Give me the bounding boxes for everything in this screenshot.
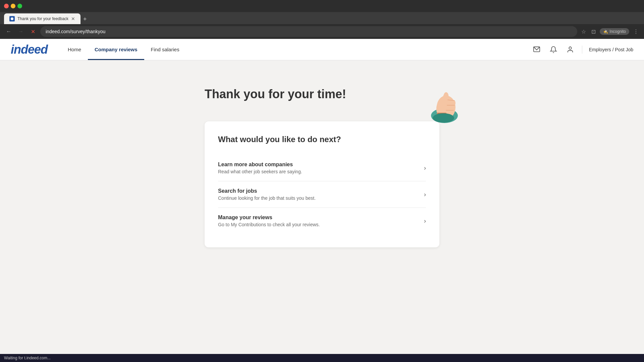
tab-favicon	[9, 16, 15, 21]
content-area: Thank you for your time! What would you …	[205, 87, 439, 247]
tab-close-btn[interactable]: ✕	[71, 16, 75, 21]
menu-btn[interactable]: ⋮	[632, 27, 640, 36]
svg-point-2	[569, 47, 571, 49]
status-text: Waiting for t.indeed.com...	[4, 356, 51, 360]
incognito-badge: 🕵 Incognito	[600, 28, 629, 35]
incognito-label: Incognito	[609, 29, 626, 34]
browser-toolbar: ☆ ⊡ 🕵 Incognito ⋮	[580, 27, 640, 36]
page-content: indeed Home Company reviews Find salarie…	[0, 39, 644, 341]
thumbs-up-illustration	[423, 87, 466, 121]
action-card: What would you like to do next? Learn mo…	[205, 121, 439, 247]
employers-link[interactable]: Employers / Post Job	[589, 47, 633, 52]
navbar: indeed Home Company reviews Find salarie…	[0, 39, 644, 60]
incognito-icon: 🕵	[603, 29, 608, 34]
logo-text: indeed	[11, 43, 48, 57]
action-learn-companies[interactable]: Learn more about companies Read what oth…	[218, 155, 426, 181]
tab-bar: Thank you for your feedback ✕ +	[0, 12, 644, 24]
action-search-jobs-content: Search for jobs Continue looking for the…	[218, 188, 424, 201]
browser-minimize-btn[interactable]	[11, 4, 15, 8]
action-manage-reviews-arrow: ›	[424, 218, 426, 225]
profile-btn[interactable]: ⊡	[590, 27, 597, 36]
action-search-jobs[interactable]: Search for jobs Continue looking for the…	[218, 181, 426, 208]
new-tab-btn[interactable]: +	[80, 14, 90, 24]
account-icon[interactable]	[565, 45, 575, 55]
url-input[interactable]	[40, 26, 577, 37]
nav-company-reviews[interactable]: Company reviews	[88, 39, 144, 60]
reload-btn[interactable]: ✕	[28, 27, 38, 36]
forward-btn[interactable]: →	[16, 27, 25, 36]
bookmark-btn[interactable]: ☆	[580, 27, 587, 36]
thank-you-heading: Thank you for your time!	[205, 87, 439, 101]
svg-point-0	[11, 17, 13, 20]
messages-icon[interactable]	[532, 45, 542, 55]
nav-home[interactable]: Home	[61, 39, 88, 60]
action-learn-companies-arrow: ›	[424, 165, 426, 172]
nav-find-salaries[interactable]: Find salaries	[144, 39, 186, 60]
logo[interactable]: indeed	[11, 43, 48, 57]
browser-close-btn[interactable]	[4, 4, 9, 8]
action-search-jobs-desc: Continue looking for the job that suits …	[218, 195, 424, 201]
tab-title: Thank you for your feedback	[17, 16, 68, 21]
action-learn-companies-desc: Read what other job seekers are saying.	[218, 169, 424, 174]
nav-right: Employers / Post Job	[532, 45, 633, 55]
action-learn-companies-title: Learn more about companies	[218, 162, 424, 168]
browser-maximize-btn[interactable]	[17, 4, 22, 8]
action-manage-reviews[interactable]: Manage your reviews Go to My Contributio…	[218, 208, 426, 234]
notifications-icon[interactable]	[548, 45, 558, 55]
svg-point-10	[433, 113, 454, 123]
action-manage-reviews-desc: Go to My Contributions to check all your…	[218, 222, 424, 227]
action-learn-companies-content: Learn more about companies Read what oth…	[218, 162, 424, 174]
browser-window: Thank you for your feedback ✕ + ← → ✕ ☆ …	[0, 0, 644, 341]
action-search-jobs-title: Search for jobs	[218, 188, 424, 194]
card-title: What would you like to do next?	[218, 135, 426, 144]
address-bar: ← → ✕ ☆ ⊡ 🕵 Incognito ⋮	[0, 24, 644, 39]
back-btn[interactable]: ←	[4, 27, 13, 36]
status-bar: Waiting for t.indeed.com...	[0, 354, 644, 362]
action-manage-reviews-content: Manage your reviews Go to My Contributio…	[218, 215, 424, 227]
nav-divider	[582, 46, 582, 54]
action-manage-reviews-title: Manage your reviews	[218, 215, 424, 221]
active-tab[interactable]: Thank you for your feedback ✕	[4, 13, 80, 24]
action-search-jobs-arrow: ›	[424, 191, 426, 198]
main-content: Thank you for your time! What would you …	[0, 60, 644, 261]
nav-links: Home Company reviews Find salaries	[61, 39, 186, 60]
